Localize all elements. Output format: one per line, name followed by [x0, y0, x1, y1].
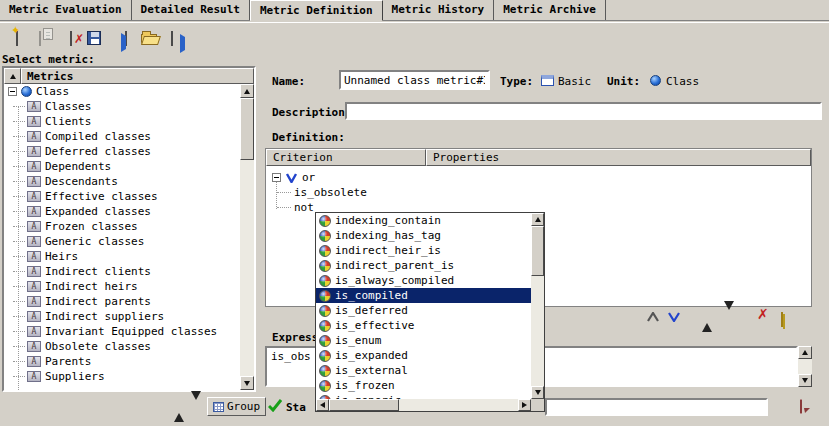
tree-item-metric[interactable]: Obsolete classes	[4, 339, 240, 354]
move-criterion-up-button[interactable]	[702, 310, 712, 323]
delete-criterion-button[interactable]: ✗	[757, 306, 769, 322]
erase-criterion-button[interactable]	[781, 313, 783, 326]
tab[interactable]: Metric Evaluation	[0, 0, 132, 20]
group-button[interactable]: Group	[207, 397, 266, 416]
scroll-right-button[interactable]	[518, 399, 531, 411]
description-field[interactable]	[345, 102, 822, 120]
tab[interactable]: Metric Archive	[494, 0, 606, 20]
tree-item-metric[interactable]: Indirect parents	[4, 294, 240, 309]
criterion-option[interactable]: indexing_contain	[316, 213, 531, 228]
criterion-option[interactable]: is_enum	[316, 333, 531, 348]
criterion-option[interactable]: indirect_heir_is	[316, 243, 531, 258]
criterion-column-header[interactable]: Criterion	[266, 149, 426, 166]
import-metrics-button[interactable]	[115, 27, 137, 49]
delete-metric-button[interactable]: ✗	[60, 27, 82, 49]
criterion-option[interactable]: is_external	[316, 363, 531, 378]
metric-name-input[interactable]	[341, 72, 488, 88]
tree-item-metric[interactable]: Descendants	[4, 174, 240, 189]
sort-ascending-button[interactable]	[4, 68, 21, 84]
metrics-column-header[interactable]: Metrics	[21, 68, 254, 84]
status-message-field[interactable]	[545, 398, 768, 416]
criterion-option[interactable]: is_effective	[316, 318, 531, 333]
comment-button[interactable]	[800, 400, 802, 413]
metric-name-field[interactable]	[339, 70, 490, 90]
criterion-option[interactable]: is_compiled	[316, 288, 531, 303]
criterion-option[interactable]: is_always_compiled	[316, 273, 531, 288]
metric-tool-window: Metric EvaluationDetailed ResultMetric D…	[0, 0, 829, 426]
tree-item-metric[interactable]: Effective classes	[4, 189, 240, 204]
dropdown-horizontal-scrollbar[interactable]	[316, 399, 531, 411]
criterion-ball-icon	[319, 245, 331, 257]
criterion-ball-icon	[319, 320, 331, 332]
tree-item-metric[interactable]: Parents	[4, 354, 240, 369]
tree-scrollbar[interactable]	[240, 84, 254, 390]
criterion-option[interactable]: is_expanded	[316, 348, 531, 363]
tab[interactable]: Metric Definition	[250, 0, 383, 21]
criterion-option[interactable]: is_frozen	[316, 378, 531, 393]
tab[interactable]: Detailed Result	[132, 0, 250, 20]
criterion-option[interactable]: is_deferred	[316, 303, 531, 318]
criterion-option[interactable]: indexing_has_tag	[316, 228, 531, 243]
tree-item-metric[interactable]: Clients	[4, 114, 240, 129]
tree-item-metric[interactable]: Heirs	[4, 249, 240, 264]
tree-item-metric[interactable]: Generic classes	[4, 234, 240, 249]
scrollbar-thumb[interactable]	[240, 98, 254, 160]
tree-item-metric[interactable]: Invariant Equipped classes	[4, 324, 240, 339]
tree-item-metric[interactable]: Classes	[4, 99, 240, 114]
tree-item-metric[interactable]: Dependents	[4, 159, 240, 174]
metric-icon	[27, 296, 41, 307]
criterion-row-not[interactable]: not	[277, 200, 314, 215]
metric-tree-panel: Metrics Class Classes Clients	[2, 66, 256, 392]
move-metric-down-button[interactable]	[191, 400, 201, 413]
description-input[interactable]	[347, 104, 820, 118]
tree-item-label: Compiled classes	[45, 130, 151, 143]
scrollbar-thumb[interactable]	[531, 226, 544, 276]
dropdown-vertical-scrollbar[interactable]	[531, 213, 544, 399]
tree-item-metric[interactable]: Compiled classes	[4, 129, 240, 144]
copy-metric-button[interactable]	[29, 27, 51, 49]
tree-item-metric[interactable]: Frozen classes	[4, 219, 240, 234]
and-operator-button[interactable]	[647, 312, 659, 325]
tree-item-metric[interactable]: Indirect heirs	[4, 279, 240, 294]
tree-item-label: Suppliers	[45, 370, 105, 383]
scroll-left-button[interactable]	[316, 399, 329, 411]
basic-type-icon	[541, 75, 554, 86]
criterion-row-or[interactable]: or	[272, 170, 315, 185]
scroll-down-button[interactable]	[798, 374, 812, 387]
scrollbar-thumb[interactable]	[329, 399, 399, 411]
criterion-ball-icon	[319, 260, 331, 272]
tree-item-metric[interactable]: Deferred classes	[4, 144, 240, 159]
new-metric-button[interactable]: ✦	[6, 27, 28, 49]
metric-icon	[27, 161, 41, 172]
collapse-icon[interactable]	[8, 87, 17, 96]
criterion-label: is_obsolete	[294, 186, 367, 199]
sort-ascending-icon	[10, 74, 16, 79]
criterion-ball-icon	[319, 275, 331, 287]
move-metric-up-button[interactable]	[174, 400, 184, 413]
properties-column-header[interactable]: Properties	[426, 149, 811, 166]
copy-metric-icon	[39, 32, 41, 45]
criterion-option-label: is_enum	[335, 334, 381, 347]
tree-item-metric[interactable]: Indirect suppliers	[4, 309, 240, 324]
scroll-down-button[interactable]	[240, 376, 254, 390]
tree-item-class-unit[interactable]: Class	[4, 84, 240, 99]
scroll-up-button[interactable]	[798, 346, 812, 359]
tree-item-metric[interactable]: Indirect clients	[4, 264, 240, 279]
criterion-option[interactable]: indirect_parent_is	[316, 258, 531, 273]
open-metrics-folder-button[interactable]	[138, 27, 160, 49]
export-metrics-button[interactable]	[161, 27, 183, 49]
collapse-icon[interactable]	[272, 173, 281, 182]
status-message-input[interactable]	[547, 400, 766, 414]
tree-item-metric[interactable]: Suppliers	[4, 369, 240, 384]
expression-scrollbar[interactable]	[798, 346, 812, 387]
tab[interactable]: Metric History	[383, 0, 495, 20]
tree-item-metric[interactable]: Expanded classes	[4, 204, 240, 219]
scroll-up-button[interactable]	[240, 84, 254, 98]
criterion-row-is-obsolete[interactable]: is_obsolete	[277, 185, 367, 200]
scroll-down-icon	[244, 381, 250, 386]
move-criterion-down-button[interactable]	[724, 310, 734, 323]
or-operator-button[interactable]	[668, 312, 680, 325]
scroll-down-button[interactable]	[531, 386, 544, 399]
save-metric-button[interactable]	[83, 27, 105, 49]
scroll-up-button[interactable]	[531, 213, 544, 226]
